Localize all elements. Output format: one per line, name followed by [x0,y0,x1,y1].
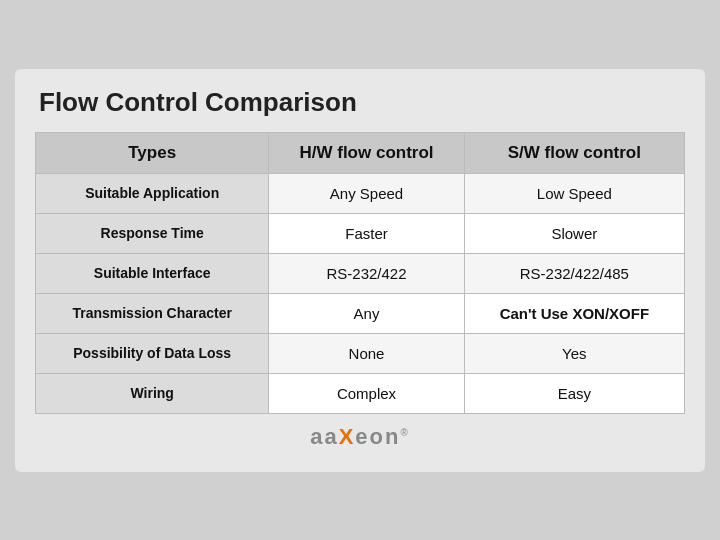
table-header-row: Types H/W flow control S/W flow control [36,132,685,173]
row-hw-0: Any Speed [269,173,464,213]
row-label-0: Suitable Application [36,173,269,213]
logo-area: aaXeon® [35,424,685,450]
col-header-types: Types [36,132,269,173]
row-label-4: Possibility of Data Loss [36,333,269,373]
logo-text-eon: eon [355,424,400,449]
row-label-3: Transmission Character [36,293,269,333]
row-hw-4: None [269,333,464,373]
table-row: Response TimeFasterSlower [36,213,685,253]
row-hw-3: Any [269,293,464,333]
row-sw-1: Slower [464,213,684,253]
row-hw-1: Faster [269,213,464,253]
row-sw-2: RS-232/422/485 [464,253,684,293]
comparison-table: Types H/W flow control S/W flow control … [35,132,685,414]
table-row: Suitable InterfaceRS-232/422RS-232/422/4… [36,253,685,293]
row-sw-5: Easy [464,373,684,413]
table-row: WiringComplexEasy [36,373,685,413]
slide-container: Flow Control Comparison Types H/W flow c… [15,69,705,472]
row-sw-3: Can't Use XON/XOFF [464,293,684,333]
table-row: Possibility of Data LossNoneYes [36,333,685,373]
row-sw-0: Low Speed [464,173,684,213]
table-row: Suitable ApplicationAny SpeedLow Speed [36,173,685,213]
row-hw-5: Complex [269,373,464,413]
table-row: Transmission CharacterAnyCan't Use XON/X… [36,293,685,333]
row-label-1: Response Time [36,213,269,253]
logo-text-aa: aa [310,424,338,449]
slide-title: Flow Control Comparison [35,87,685,118]
row-hw-2: RS-232/422 [269,253,464,293]
logo-text-x: X [339,424,356,449]
row-label-5: Wiring [36,373,269,413]
row-label-2: Suitable Interface [36,253,269,293]
col-header-sw: S/W flow control [464,132,684,173]
row-sw-4: Yes [464,333,684,373]
col-header-hw: H/W flow control [269,132,464,173]
